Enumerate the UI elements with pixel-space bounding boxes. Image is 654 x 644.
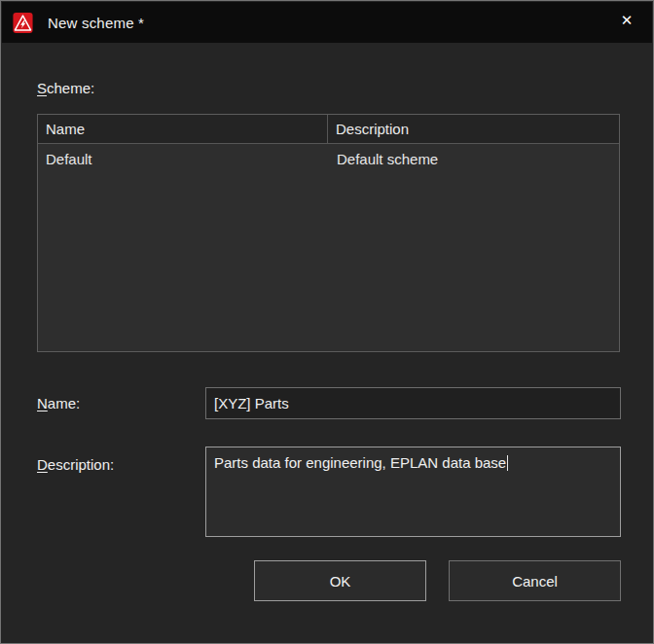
name-label: Name:	[37, 395, 80, 411]
ok-button[interactable]: OK	[254, 560, 426, 601]
eplan-logo-icon	[13, 12, 33, 34]
description-label: Description:	[37, 456, 114, 473]
column-header-description: Description	[328, 115, 619, 143]
table-row[interactable]: Default Default scheme	[38, 144, 619, 174]
row-name-cell: Default	[38, 144, 328, 174]
description-text: Parts data for engineering, EPLAN data b…	[214, 454, 506, 471]
cancel-button[interactable]: Cancel	[449, 560, 621, 601]
text-caret	[507, 455, 508, 471]
name-input[interactable]	[205, 387, 621, 419]
column-header-name: Name	[38, 115, 328, 143]
window-title: New scheme *	[48, 15, 144, 31]
scheme-table: Name Description Default Default scheme	[37, 114, 620, 352]
new-scheme-dialog: New scheme * ✕ Scheme: Name Description …	[0, 0, 654, 644]
titlebar: New scheme * ✕	[2, 2, 652, 43]
scheme-label: Scheme:	[37, 80, 94, 96]
close-icon[interactable]: ✕	[605, 2, 648, 39]
description-textarea[interactable]: Parts data for engineering, EPLAN data b…	[205, 447, 621, 537]
row-description-cell: Default scheme	[328, 144, 619, 174]
scheme-table-header: Name Description	[38, 115, 619, 144]
